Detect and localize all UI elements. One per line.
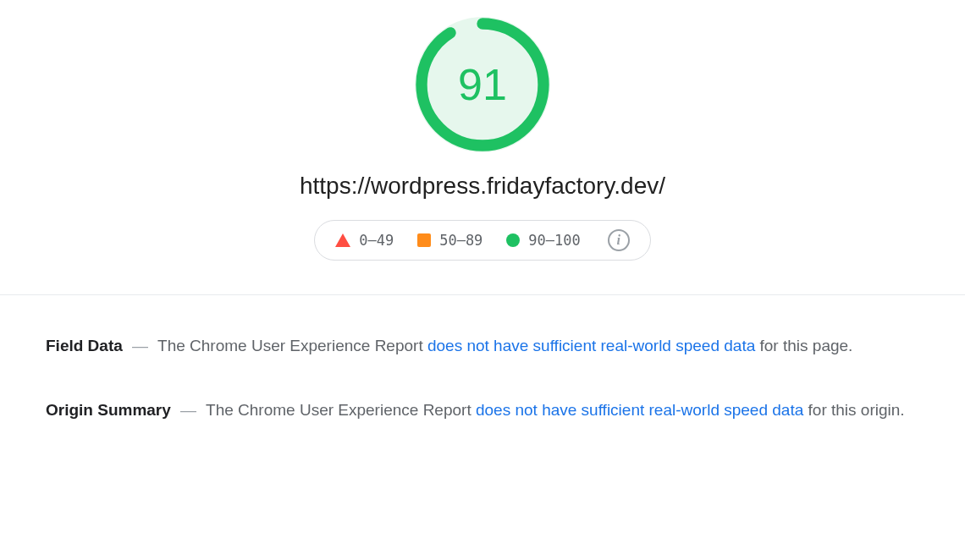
- field-data-suffix: for this page.: [755, 337, 852, 354]
- info-icon[interactable]: i: [608, 229, 630, 251]
- dash-separator: —: [132, 337, 148, 354]
- square-icon: [417, 233, 431, 247]
- tested-url: https://wordpress.fridayfactory.dev/: [300, 173, 665, 200]
- legend-mid: 50–89: [417, 232, 482, 249]
- dash-separator: —: [180, 401, 196, 419]
- legend-low-range: 0–49: [359, 232, 394, 249]
- score-header: 91 https://wordpress.fridayfactory.dev/ …: [0, 0, 965, 294]
- field-data-link[interactable]: does not have sufficient real-world spee…: [427, 337, 755, 354]
- triangle-icon: [335, 233, 350, 247]
- origin-summary-title: Origin Summary: [46, 401, 171, 419]
- legend-high-range: 90–100: [528, 232, 580, 249]
- legend-low: 0–49: [335, 232, 394, 249]
- score-gauge: 91: [415, 17, 550, 152]
- legend-mid-range: 50–89: [439, 232, 482, 249]
- origin-summary-suffix: for this origin.: [803, 401, 904, 419]
- origin-summary-link[interactable]: does not have sufficient real-world spee…: [476, 401, 803, 419]
- field-data-block: Field Data — The Chrome User Experience …: [46, 332, 919, 360]
- score-legend: 0–49 50–89 90–100 i: [314, 220, 651, 261]
- origin-summary-prefix: The Chrome User Experience Report: [206, 401, 476, 419]
- field-data-title: Field Data: [46, 337, 123, 354]
- circle-icon: [506, 233, 520, 247]
- score-value: 91: [415, 17, 550, 152]
- report-body: Field Data — The Chrome User Experience …: [0, 295, 965, 425]
- legend-high: 90–100: [506, 232, 580, 249]
- origin-summary-block: Origin Summary — The Chrome User Experie…: [46, 397, 919, 424]
- field-data-prefix: The Chrome User Experience Report: [157, 337, 427, 354]
